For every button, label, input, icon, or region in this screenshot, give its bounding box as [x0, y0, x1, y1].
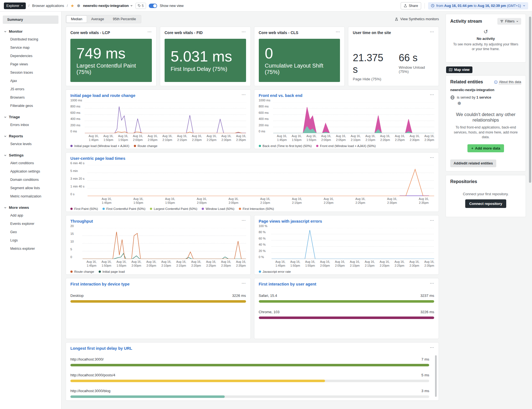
sidebar-item-browsers[interactable]: Browsers	[0, 93, 61, 102]
map-view-button[interactable]: Map view	[446, 66, 472, 73]
show-new-view-toggle[interactable]	[149, 4, 157, 8]
page-scrollbar[interactable]	[529, 17, 531, 183]
card-menu-button[interactable]: ⋯	[242, 30, 246, 33]
x-tick-label: Aug 16,2:25pm	[207, 134, 217, 142]
sidebar-item-service-map[interactable]: Service map	[0, 43, 61, 52]
sidebar-item-errors-inbox[interactable]: Errors inbox	[0, 121, 61, 129]
legend-item-largest-contentful-paint-50[interactable]: Largest Contentful Paint (50%)	[150, 207, 197, 210]
legend-item-first-interaction-50[interactable]: First Interaction (50%)	[239, 207, 274, 210]
sidebar-item-dependencies[interactable]: Dependencies	[0, 52, 61, 60]
chart-title-link[interactable]: Throughput	[70, 219, 93, 223]
card-menu-button[interactable]: ⋯	[242, 219, 246, 222]
legend-item-route-change[interactable]: Route change	[134, 144, 158, 148]
sidebar-item-service-levels[interactable]: Service levels	[0, 140, 61, 148]
legend-label: Javascript error rate	[263, 270, 291, 273]
view-synthetics-monitors-link[interactable]: View Synthetics monitors	[395, 17, 439, 21]
share-button[interactable]: Share	[401, 2, 421, 9]
share-label: Share	[409, 4, 418, 8]
chart-title-link[interactable]: First interaction by user agent	[259, 282, 316, 286]
sidebar-item-metric-normalization[interactable]: Metric normalization	[0, 192, 61, 200]
legend-item-window-load-50[interactable]: Window Load (50%)	[202, 207, 234, 210]
sidebar-item-js-errors[interactable]: JS errors	[0, 85, 61, 93]
favorite-star-icon[interactable]: ★	[71, 4, 74, 8]
sidebar-item-add-app[interactable]: Add app	[0, 211, 61, 220]
add-more-data-label: Add more data	[475, 146, 500, 150]
legend-item-first-paint-50[interactable]: First Paint (50%)	[70, 207, 98, 210]
plus-icon: +	[471, 146, 474, 150]
sidebar-item-metrics-explorer[interactable]: Metrics explorer	[0, 245, 61, 253]
no-relationships-description: To find front-end applications, back-end…	[450, 125, 521, 140]
throughput-chart: 20151050Aug 16,1:40pmAug 16,1:45pmAug 16…	[70, 228, 246, 273]
time-timezone: (GMT+1)	[507, 4, 521, 8]
sidebar-section-triage[interactable]: Triage	[0, 112, 61, 121]
card-menu-button[interactable]: ⋯	[430, 93, 434, 96]
repositories-description: Connect your first repository.	[450, 192, 521, 196]
legend-item-route-change[interactable]: Route change	[70, 270, 94, 273]
about-this-data-link[interactable]: About this data	[494, 80, 521, 84]
sidebar-item-page-views[interactable]: Page views	[0, 60, 61, 68]
sidebar-item-segment-allow-lists[interactable]: Segment allow lists	[0, 184, 61, 192]
sidebar-section-monitor[interactable]: Monitor	[0, 26, 61, 35]
card-menu-button[interactable]: ⋯	[430, 282, 434, 285]
sidebar-item-session-traces[interactable]: Session traces	[0, 68, 61, 77]
legend-item-javascript-error-rate[interactable]: Javascript error rate	[259, 270, 291, 273]
sidebar-section-more-views[interactable]: More views	[0, 202, 61, 211]
explorer-dropdown[interactable]: Explorer	[4, 2, 26, 9]
entity-name-dropdown[interactable]: newrelic-nextjs-integration	[83, 4, 132, 8]
service-hexagon-icon[interactable]: ⬢	[457, 101, 521, 106]
tab-95th-percentile[interactable]: 95th Percentile	[108, 16, 140, 22]
legend-item-initial-page-load[interactable]: Initial page load	[99, 270, 125, 273]
legend-item-front-end-window-load-ajax-50[interactable]: Front end (Window load + AJAX) (50%)	[316, 144, 376, 148]
fid-value: 5.031 ms	[171, 48, 240, 64]
tags-badge[interactable]: 5	[135, 3, 146, 9]
add-edit-related-entities-button[interactable]: Add/edit related entities	[450, 160, 496, 167]
card-menu-button[interactable]: ⋯	[242, 282, 246, 285]
card-menu-button[interactable]: ⋯	[430, 219, 434, 222]
sidebar-item-geo[interactable]: Geo	[0, 228, 61, 236]
sidebar-item-application-settings[interactable]: Application settings	[0, 167, 61, 176]
sidebar-item-events-explorer[interactable]: Events explorer	[0, 220, 61, 228]
tab-average[interactable]: Average	[87, 16, 108, 22]
add-more-data-button[interactable]: + Add more data	[467, 144, 504, 152]
card-scrollbar[interactable]	[435, 355, 437, 397]
fid-row: Longest first input delay by URL ⋯ http:…	[66, 342, 439, 401]
card-menu-button[interactable]: ⋯	[242, 93, 246, 96]
sidebar-item-summary[interactable]: Summary	[3, 16, 58, 24]
legend-item-initial-page-load-window-load-ajax[interactable]: Initial page load (Window load + AJAX)	[70, 144, 129, 148]
card-menu-button[interactable]: ⋯	[430, 156, 434, 159]
connect-repository-button[interactable]: Connect repository	[465, 199, 506, 208]
card-menu-button[interactable]: ⋯	[430, 30, 434, 33]
sidebar-item-logs[interactable]: Logs	[0, 236, 61, 245]
chevron-down-icon	[4, 135, 7, 138]
breadcrumb-browser-applications[interactable]: Browser applications	[32, 4, 64, 8]
sidebar-section-reports[interactable]: Reports	[0, 131, 61, 140]
sidebar-section-settings[interactable]: Settings	[0, 150, 61, 159]
chart-title-link[interactable]: User-centric page load times	[70, 156, 125, 161]
card-menu-button[interactable]: ⋯	[147, 30, 152, 33]
chart-title-link[interactable]: First interaction by device type	[70, 282, 130, 286]
chart-legend: First Paint (50%)First Contentful Paint …	[70, 207, 434, 210]
sidebar-item-distributed-tracing[interactable]: Distributed tracing	[0, 35, 61, 43]
chart-title-link[interactable]: Initial page load and route change	[70, 93, 135, 98]
x-tick-label: Aug 16,2:10pm	[161, 260, 171, 267]
legend-item-back-end-time-to-first-byte-50[interactable]: Back end (Time to first byte) (50%)	[259, 144, 312, 148]
x-tick-label: Aug 16,2:30pm	[221, 134, 231, 142]
chart-title-link[interactable]: Front end vs. back end	[259, 93, 303, 98]
legend-dot	[202, 208, 204, 210]
time-range-picker[interactable]: from Aug 16, 01:44 pm to Aug 16, 02:39 p…	[428, 2, 528, 9]
sidebar-item-alert-conditions[interactable]: Alert conditions	[0, 159, 61, 167]
sidebar-item-domain-conditions[interactable]: Domain conditions	[0, 176, 61, 184]
sidebar-item-ajax[interactable]: Ajax	[0, 77, 61, 85]
legend-item-first-contentful-paint-50[interactable]: First Contentful Paint (50%)	[103, 207, 145, 210]
card-menu-button[interactable]: ⋯	[430, 346, 434, 349]
sidebar-item-filterable-geos[interactable]: Filterable geos	[0, 102, 61, 110]
filters-button[interactable]: Filters	[497, 18, 521, 25]
chart-title-link[interactable]: Longest first input delay by URL	[70, 346, 132, 351]
x-tick-label: Aug 16,2:30pm	[410, 134, 420, 142]
chart-title-link[interactable]: Page views with javascript errors	[259, 219, 322, 223]
related-entities-title: Related entities	[450, 79, 483, 84]
card-menu-button[interactable]: ⋯	[336, 30, 340, 33]
chevron-down-icon	[130, 4, 133, 7]
tab-median[interactable]: Median	[66, 16, 87, 22]
bar-label: http://localhost:3000/	[70, 357, 104, 361]
